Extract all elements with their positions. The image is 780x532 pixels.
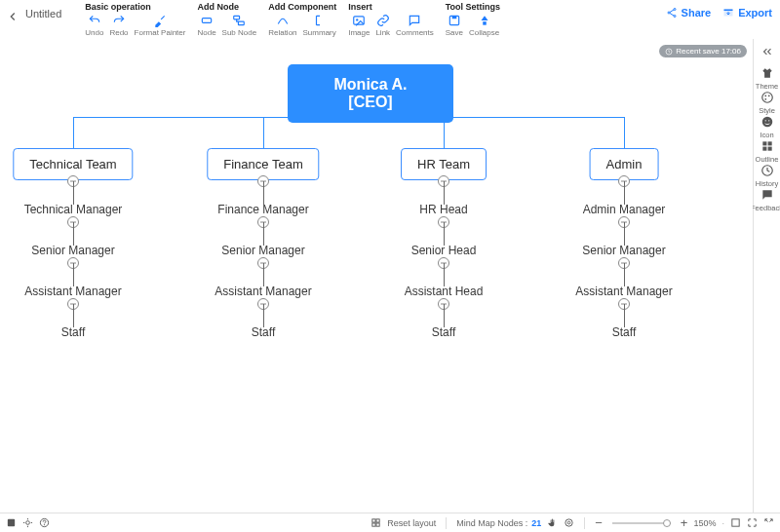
canvas[interactable]: Recent save 17:06 Monica A. [CEO] Techni… [0, 39, 753, 513]
sun-icon[interactable] [22, 517, 33, 528]
share-button[interactable]: Share [666, 7, 712, 19]
sidebar-outline[interactable]: Outline [751, 139, 780, 164]
svg-point-4 [356, 19, 358, 20]
org-node[interactable]: Assistant Head [405, 285, 484, 298]
summary-icon [313, 14, 327, 27]
svg-point-17 [761, 117, 772, 128]
theme-icon [760, 66, 774, 80]
format-painter-button[interactable]: Format Painter [135, 14, 186, 37]
org-node[interactable]: Senior Head [411, 244, 477, 257]
share-icon [666, 7, 678, 19]
org-node[interactable]: Finance Manager [217, 203, 308, 216]
reset-layout-button[interactable]: Reset layout [387, 518, 436, 528]
sidebar-icon[interactable]: Icon [751, 115, 780, 139]
svg-point-9 [668, 12, 670, 14]
svg-point-38 [566, 519, 572, 526]
summary-button[interactable]: Summary [303, 14, 336, 37]
image-button[interactable]: Image [348, 14, 370, 37]
connector [624, 222, 625, 246]
toolbar-group-title: Tool Settings [446, 2, 500, 12]
document-title[interactable]: Untitled [25, 8, 61, 19]
sidebar-history[interactable]: History [751, 164, 780, 188]
connector [263, 181, 264, 205]
recent-save-badge: Recent save 17:06 [659, 45, 747, 57]
sidebar-icon-label: Icon [760, 131, 773, 139]
org-node[interactable]: Admin Manager [583, 203, 666, 216]
svg-point-14 [764, 95, 766, 96]
org-node[interactable]: Assistant Manager [24, 285, 121, 298]
connector [73, 181, 74, 205]
image-label: Image [348, 29, 370, 37]
sidebar-feedback-label: Feedback [751, 204, 780, 212]
hand-icon[interactable] [547, 517, 558, 528]
comments-icon [408, 14, 421, 27]
toolbar-group-title: Insert [348, 2, 434, 12]
svg-rect-20 [762, 141, 766, 145]
org-node[interactable]: Staff [61, 325, 85, 339]
sidebar-style[interactable]: Style [751, 91, 780, 115]
org-node[interactable]: Staff [612, 325, 636, 339]
toolbar-group-title: Basic operation [85, 2, 185, 12]
feedback-icon [760, 188, 774, 202]
sub-node-button[interactable]: Sub Node [222, 14, 257, 37]
help-icon[interactable] [39, 517, 50, 528]
icon-icon [760, 115, 774, 129]
undo-icon [88, 14, 101, 27]
redo-button[interactable]: Redo [109, 14, 128, 37]
sidebar-history-label: History [756, 179, 778, 188]
fullscreen-icon[interactable] [763, 517, 774, 528]
fit-icon[interactable] [730, 517, 741, 528]
svg-rect-2 [239, 21, 245, 25]
back-icon[interactable] [6, 10, 20, 23]
zoom-out-button[interactable]: − [595, 515, 603, 530]
sidebar-feedback[interactable]: Feedback [751, 188, 780, 212]
zoom-in-button[interactable]: + [681, 515, 688, 530]
link-button[interactable]: Link [375, 14, 390, 37]
connector [444, 304, 445, 327]
reset-layout-icon[interactable] [370, 517, 381, 528]
save-icon [448, 14, 461, 27]
image-icon [352, 14, 366, 27]
org-node[interactable]: Senior Manager [221, 244, 304, 257]
collapse-label: Collapse [469, 29, 499, 37]
collapse-button[interactable]: Collapse [469, 14, 499, 37]
sidebar-theme[interactable]: Theme [751, 66, 780, 91]
org-node[interactable]: Senior Manager [582, 244, 665, 257]
toolbar-group-title: Add Component [268, 2, 336, 12]
undo-button[interactable]: Undo [85, 14, 103, 37]
svg-rect-35 [376, 519, 379, 522]
relation-icon [276, 14, 290, 27]
svg-point-8 [674, 9, 676, 11]
org-node[interactable]: Staff [432, 325, 455, 339]
export-button[interactable]: Export [722, 7, 772, 19]
expand-icon[interactable] [747, 517, 758, 528]
save-button[interactable]: Save [446, 14, 463, 37]
layers-icon[interactable] [6, 517, 17, 528]
node-count-label: Mind Map Nodes : [456, 518, 527, 528]
comments-button[interactable]: Comments [396, 14, 434, 37]
svg-rect-37 [376, 523, 379, 526]
org-node[interactable]: Technical Manager [24, 203, 123, 216]
org-node[interactable]: Staff [252, 325, 275, 339]
sidebar-style-label: Style [759, 106, 775, 115]
zoom-slider[interactable] [612, 522, 671, 524]
node-button[interactable]: Node [197, 14, 215, 37]
org-node[interactable]: HR Head [419, 203, 467, 216]
org-node[interactable]: Senior Manager [31, 244, 114, 257]
outline-icon [760, 139, 774, 153]
target-icon[interactable] [564, 517, 574, 528]
bottom-bar: Reset layout Mind Map Nodes : 21 − + 150… [0, 513, 780, 532]
svg-point-19 [768, 120, 769, 121]
svg-point-39 [567, 521, 570, 524]
summary-label: Summary [303, 29, 336, 37]
org-node[interactable]: Assistant Manager [214, 285, 311, 298]
svg-rect-23 [767, 147, 771, 151]
svg-rect-1 [234, 16, 240, 19]
sidebar-collapse-icon[interactable] [759, 45, 776, 58]
org-node[interactable]: Assistant Manager [575, 285, 672, 298]
relation-button[interactable]: Relation [268, 14, 296, 37]
export-label: Export [738, 7, 772, 19]
connector [624, 117, 625, 148]
svg-rect-36 [372, 523, 375, 526]
link-label: Link [375, 29, 390, 37]
